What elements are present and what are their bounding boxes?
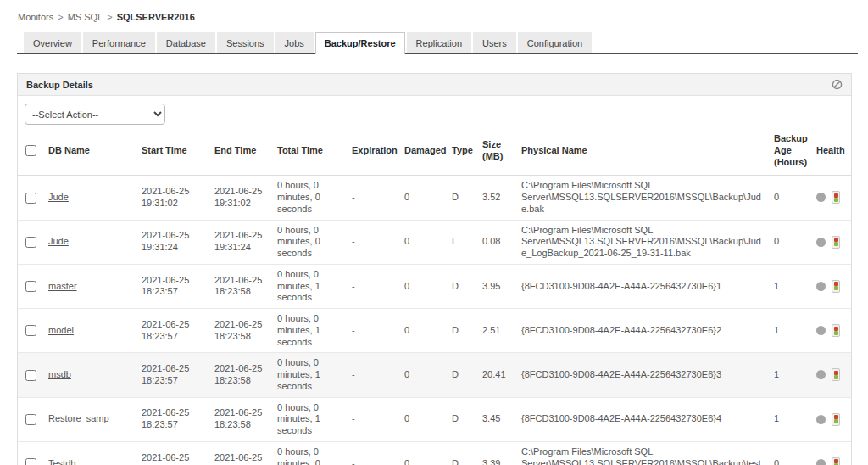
damaged-cell: 0 [399,353,447,397]
total-time-cell: 0 hours, 0 minutes, 0 seconds [272,220,347,264]
db-name-link[interactable]: Restore_samp [48,413,109,423]
physical-name-cell: {8FCD3100-9D08-4A2E-A44A-2256432730E6}3 [516,353,769,397]
backup-age-cell: 1 [769,264,811,308]
end-time-cell: 2021-06-25 18:23:58 [209,353,272,397]
table-row: Restore_samp 2021-06-25 18:23:57 2021-06… [18,397,851,441]
damaged-cell: 0 [399,176,447,220]
tab-bar: Overview Performance Database Sessions J… [24,32,851,54]
tab-configuration[interactable]: Configuration [518,32,592,54]
total-time-cell: 0 hours, 0 minutes, 0 seconds [272,176,347,220]
header-end-time: End Time [209,126,272,176]
db-name-link[interactable]: Jude [48,192,69,202]
backup-age-cell: 1 [769,353,811,397]
db-name-link[interactable]: msdb [48,369,71,379]
availability-status-icon[interactable] [816,370,826,379]
physical-name-cell: {8FCD3100-9D08-4A2E-A44A-2256432730E6}2 [516,309,769,353]
breadcrumb-separator: > [107,12,112,22]
db-name-link[interactable]: Jude [48,236,69,246]
tab-replication[interactable]: Replication [407,32,471,54]
health-status-icon[interactable] [832,413,840,426]
total-time-cell: 0 hours, 0 minutes, 1 seconds [272,397,347,441]
tab-backup-restore[interactable]: Backup/Restore [315,32,405,54]
panel-title: Backup Details [26,80,93,90]
table-row: Jude 2021-06-25 19:31:02 2021-06-25 19:3… [18,176,851,220]
availability-status-icon[interactable] [816,238,826,247]
health-status-icon[interactable] [832,457,840,465]
action-bar: --Select Action-- [18,96,851,126]
end-time-cell: 2021-06-25 19:31:24 [209,220,272,264]
table-row: Testdb 2021-06-25 19:34:01 2021-06-25 19… [18,441,851,465]
type-cell: D [447,309,477,353]
tab-database[interactable]: Database [157,32,215,54]
tab-sessions[interactable]: Sessions [217,32,274,54]
start-time-cell: 2021-06-25 18:23:57 [136,353,209,397]
damaged-cell: 0 [399,220,447,264]
availability-status-icon[interactable] [816,459,826,465]
physical-name-cell: C:\Program Files\Microsoft SQL Server\MS… [516,441,769,465]
health-status-icon[interactable] [832,280,840,293]
header-backup-age: Backup Age (Hours) [769,126,811,176]
tab-overview[interactable]: Overview [24,32,81,54]
header-start-time: Start Time [136,126,209,176]
row-checkbox[interactable] [25,237,36,248]
row-checkbox[interactable] [25,193,36,204]
db-name-link[interactable]: model [48,325,74,335]
row-checkbox[interactable] [25,458,36,465]
damaged-cell: 0 [399,264,447,308]
total-time-cell: 0 hours, 0 minutes, 0 seconds [272,441,347,465]
row-checkbox[interactable] [25,325,36,336]
header-damaged: Damaged [399,126,447,176]
db-name-link[interactable]: master [48,281,77,291]
physical-name-cell: C:\Program Files\Microsoft SQL Server\MS… [516,176,769,220]
health-status-icon[interactable] [832,324,840,337]
tab-users[interactable]: Users [473,32,516,54]
size-cell: 0.08 [477,220,516,264]
physical-name-cell: {8FCD3100-9D08-4A2E-A44A-2256432730E6}1 [516,264,769,308]
type-cell: D [447,353,477,397]
row-checkbox[interactable] [25,414,36,425]
size-cell: 20.41 [477,353,516,397]
table-row: Jude 2021-06-25 19:31:24 2021-06-25 19:3… [18,220,851,264]
header-type: Type [447,126,477,176]
breadcrumb-separator: > [58,12,63,22]
damaged-cell: 0 [399,397,447,441]
db-name-link[interactable]: Testdb [48,458,75,465]
type-cell: L [447,220,477,264]
breadcrumb-monitor-name: SQLSERVER2016 [117,12,195,22]
expiration-cell: - [347,441,399,465]
damaged-cell: 0 [399,441,447,465]
availability-status-icon[interactable] [816,326,826,335]
backup-age-cell: 0 [769,220,811,264]
row-checkbox[interactable] [25,370,36,381]
size-cell: 3.95 [477,264,516,308]
health-status-icon[interactable] [832,236,840,249]
action-select[interactable]: --Select Action-- [25,104,165,125]
size-cell: 2.51 [477,309,516,353]
backup-age-cell: 0 [769,441,811,465]
availability-status-icon[interactable] [816,282,826,291]
backup-age-cell: 1 [769,397,811,441]
table-header-row: DB Name Start Time End Time Total Time E… [18,126,851,176]
physical-name-cell: C:\Program Files\Microsoft SQL Server\MS… [516,220,769,264]
backup-details-panel: Backup Details --Select Action-- DB Name… [17,73,852,465]
select-all-checkbox[interactable] [25,145,36,156]
availability-status-icon[interactable] [816,415,826,424]
table-row: msdb 2021-06-25 18:23:57 2021-06-25 18:2… [18,353,851,397]
tab-jobs[interactable]: Jobs [275,32,314,54]
expiration-cell: - [347,176,399,220]
table-row: model 2021-06-25 18:23:57 2021-06-25 18:… [18,309,851,353]
type-cell: D [447,441,477,465]
row-checkbox[interactable] [25,281,36,292]
availability-status-icon[interactable] [816,193,826,202]
breadcrumb-monitors[interactable]: Monitors [18,12,53,22]
size-cell: 3.39 [477,441,516,465]
start-time-cell: 2021-06-25 19:31:24 [136,220,209,264]
health-status-icon[interactable] [832,191,840,204]
circle-slash-icon[interactable] [832,79,843,90]
health-status-icon[interactable] [832,368,840,381]
damaged-cell: 0 [399,309,447,353]
tab-performance[interactable]: Performance [83,32,155,54]
breadcrumb-ms-sql[interactable]: MS SQL [68,12,103,22]
expiration-cell: - [347,264,399,308]
expiration-cell: - [347,353,399,397]
